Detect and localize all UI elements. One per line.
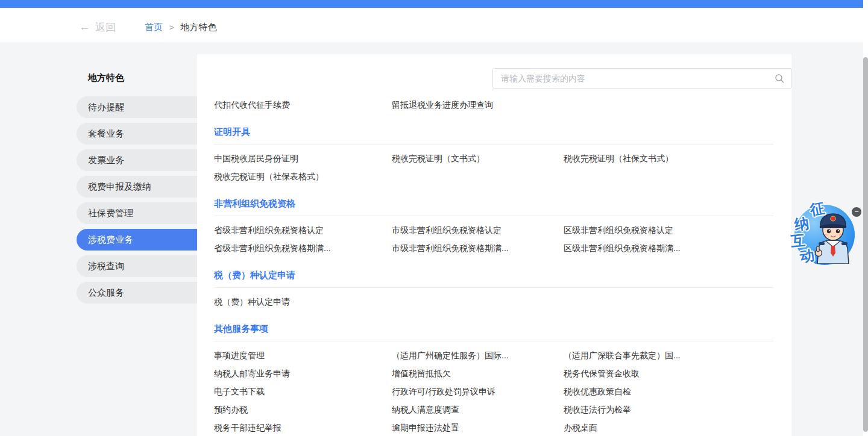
- search-box: [492, 68, 791, 89]
- sidebar-item-shuifei-shenbao[interactable]: 税费申报及缴纳: [77, 176, 197, 198]
- section-shuifeizhong-rending: 税（费）种认定申请 税（费）种认定申请: [214, 269, 773, 311]
- service-item[interactable]: 税收完税证明（社保文书式）: [564, 149, 773, 167]
- section-title: 证明开具: [214, 126, 773, 138]
- back-button[interactable]: ← 返回: [79, 20, 116, 34]
- scrollbar-track[interactable]: [863, 0, 868, 436]
- section-feiyingli-mianshui: 非营利组织免税资格 省级非营利组织免税资格认定 市级非营利组织免税资格认定 区级…: [214, 198, 773, 257]
- service-item[interactable]: 纳税人满意度调查: [392, 400, 564, 419]
- service-item[interactable]: 税务干部违纪举报: [214, 419, 392, 436]
- sidebar-item-taocan-yewu[interactable]: 套餐业务: [77, 123, 197, 145]
- section-title: 其他服务事项: [214, 323, 773, 335]
- page-header: ← 返回 首页 > 地方特色: [0, 8, 863, 42]
- sidebar-item-daiban-tixing[interactable]: 待办提醒: [77, 96, 197, 118]
- section-title: 非营利组织免税资格: [214, 198, 773, 210]
- section-zhengming-kaiju: 证明开具 中国税收居民身份证明 税收完税证明（文书式） 税收完税证明（社保文书式…: [214, 126, 773, 185]
- service-item[interactable]: 预约办税: [214, 400, 392, 419]
- service-item[interactable]: 市级非营利组织免税资格期满...: [392, 239, 564, 257]
- service-item[interactable]: 税收违法行为检举: [564, 400, 773, 419]
- back-arrow-icon: ←: [79, 20, 90, 34]
- breadcrumb-current: 地方特色: [181, 22, 217, 33]
- service-item[interactable]: 区级非营利组织免税资格期满...: [564, 239, 773, 257]
- section-qita-fuwu: 其他服务事项 事项进度管理 （适用广州确定性服务）国际... （适用广深联合事先…: [214, 323, 773, 436]
- service-item[interactable]: 省级非营利组织免税资格期满...: [214, 239, 392, 257]
- service-item[interactable]: 市级非营利组织免税资格认定: [392, 221, 564, 239]
- leading-items-row: 代扣代收代征手续费 留抵退税业务进度办理查询: [214, 96, 773, 114]
- service-item[interactable]: 税务代保管资金收取: [564, 364, 773, 382]
- sidebar-item-sheshui-chaxun[interactable]: 涉税查询: [77, 255, 197, 277]
- service-item[interactable]: 纳税人邮寄业务申请: [214, 364, 392, 382]
- mascot-char: 动: [799, 245, 816, 266]
- service-item[interactable]: 逾期申报违法处置: [392, 419, 564, 436]
- service-item[interactable]: 办税桌面: [564, 419, 773, 436]
- sidebar-item-gongzhong-fuwu[interactable]: 公众服务: [77, 282, 197, 304]
- service-item[interactable]: （适用广深联合事先裁定）国...: [564, 346, 773, 364]
- service-item[interactable]: 区级非营利组织免税资格认定: [564, 221, 773, 239]
- search-input[interactable]: [492, 68, 791, 89]
- breadcrumb-separator: >: [169, 23, 174, 32]
- search-icon[interactable]: [775, 73, 784, 83]
- sidebar-item-sheshuifei-yewu[interactable]: 涉税费业务: [77, 229, 197, 251]
- service-item[interactable]: 税收完税证明（社保表格式）: [214, 167, 392, 185]
- service-item[interactable]: 留抵退税业务进度办理查询: [392, 96, 564, 114]
- service-item[interactable]: 中国税收居民身份证明: [214, 149, 392, 167]
- service-catalog: 代扣代收代征手续费 留抵退税业务进度办理查询 证明开具 中国税收居民身份证明 税…: [214, 92, 773, 436]
- service-item[interactable]: 税收完税证明（文书式）: [392, 149, 564, 167]
- content-card: 代扣代收代征手续费 留抵退税业务进度办理查询 证明开具 中国税收居民身份证明 税…: [197, 54, 791, 436]
- service-item[interactable]: 电子文书下载: [214, 382, 392, 400]
- breadcrumb: 首页 > 地方特色: [145, 22, 217, 33]
- widget-minimize-button[interactable]: −: [852, 207, 861, 217]
- service-item[interactable]: 税（费）种认定申请: [214, 293, 392, 311]
- sidebar-item-fapiao-yewu[interactable]: 发票业务: [77, 149, 197, 171]
- back-label: 返回: [95, 20, 116, 34]
- service-item[interactable]: 省级非营利组织免税资格认定: [214, 221, 392, 239]
- mascot-char: 征: [808, 198, 826, 220]
- section-title: 税（费）种认定申请: [214, 269, 773, 281]
- service-item[interactable]: 税收优惠政策自检: [564, 382, 773, 400]
- sidebar-title: 地方特色: [77, 72, 197, 84]
- interaction-mascot-widget[interactable]: 征 纳 互 动: [791, 201, 858, 268]
- service-item[interactable]: 行政许可/行政处罚异议申诉: [392, 382, 564, 400]
- service-item[interactable]: 增值税留抵抵欠: [392, 364, 564, 382]
- breadcrumb-home-link[interactable]: 首页: [145, 22, 163, 33]
- service-item[interactable]: （适用广州确定性服务）国际...: [392, 346, 564, 364]
- tax-officer-mascot-icon: [811, 211, 855, 264]
- sidebar: 地方特色 待办提醒 套餐业务 发票业务 税费申报及缴纳 社保费管理 涉税费业务 …: [77, 72, 197, 308]
- scrollbar-thumb[interactable]: [863, 57, 868, 432]
- sidebar-item-shebaofei-guanli[interactable]: 社保费管理: [77, 202, 197, 224]
- top-accent-bar: [0, 0, 863, 8]
- service-item[interactable]: 事项进度管理: [214, 346, 392, 364]
- service-item[interactable]: 代扣代收代征手续费: [214, 96, 392, 114]
